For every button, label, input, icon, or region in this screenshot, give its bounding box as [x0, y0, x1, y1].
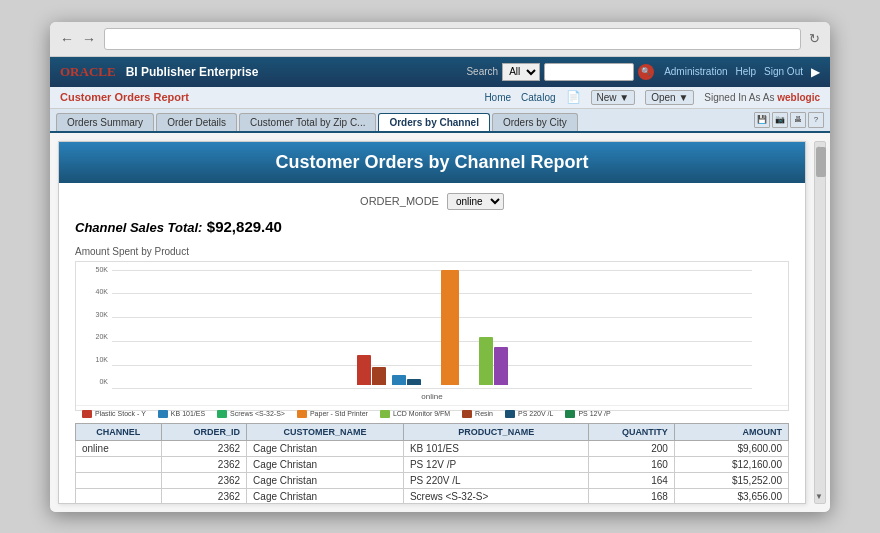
- scrollbar-thumb[interactable]: [816, 147, 826, 177]
- bars-container: [112, 270, 752, 385]
- oracle-header: ORACLE BI Publisher Enterprise Search Al…: [50, 57, 830, 87]
- legend-label-ps12v: PS 12V /P: [578, 410, 610, 417]
- cell-product-3: Screws <S-32-S>: [403, 488, 588, 504]
- order-mode-label: ORDER_MODE: [360, 195, 439, 207]
- cell-product-1: PS 12V /P: [403, 456, 588, 472]
- legend-item-screws: Screws <S-32-S>: [217, 410, 285, 418]
- app-title: BI Publisher Enterprise: [126, 65, 457, 79]
- home-link[interactable]: Home: [484, 92, 511, 103]
- report-title-bar: Customer Orders by Channel Report: [59, 142, 805, 183]
- cell-product-0: KB 101/ES: [403, 440, 588, 456]
- channel-sales: Channel Sales Total: $92,829.40: [75, 218, 789, 236]
- scroll-down-arrow[interactable]: ▼: [815, 492, 823, 501]
- tab-orders-by-city[interactable]: Orders by City: [492, 113, 578, 131]
- chart-title: Amount Spent by Product: [75, 246, 789, 257]
- table-row: 2362 Cage Christan PS 12V /P 160 $12,160…: [76, 456, 789, 472]
- legend-item-paper: Paper - Std Printer: [297, 410, 368, 418]
- cell-amount-3: $3,656.00: [674, 488, 788, 504]
- cell-qty-2: 164: [589, 472, 675, 488]
- sub-tabs-bar: Orders Summary Order Details Customer To…: [50, 109, 830, 133]
- chart-section: Amount Spent by Product 50K 40K 30K 20K …: [75, 246, 789, 411]
- legend-label-plastic: Plastic Stock - Y: [95, 410, 146, 417]
- bar-paper: [441, 270, 459, 385]
- report-body: ORDER_MODE online Channel Sales Total: $…: [59, 183, 805, 504]
- scrollbar[interactable]: ▲ ▼: [814, 141, 826, 504]
- cell-order-3: 2362: [161, 488, 247, 504]
- table-row: online 2362 Cage Christan KB 101/ES 200 …: [76, 440, 789, 456]
- legend-label-screws: Screws <S-32-S>: [230, 410, 285, 417]
- catalog-link[interactable]: Catalog: [521, 92, 555, 103]
- order-mode-select[interactable]: online: [447, 193, 504, 210]
- back-button[interactable]: ←: [60, 31, 74, 47]
- address-bar[interactable]: [104, 28, 801, 50]
- legend-item-lcd: LCD Monitor 9/FM: [380, 410, 450, 418]
- col-header-product: PRODUCT_NAME: [403, 423, 588, 440]
- admin-link[interactable]: Administration: [664, 66, 727, 77]
- help-link[interactable]: Help: [736, 66, 757, 77]
- cell-order-2: 2362: [161, 472, 247, 488]
- signed-in-user: weblogic: [777, 92, 820, 103]
- col-header-channel: CHANNEL: [76, 423, 162, 440]
- bar-group-4: [479, 337, 508, 385]
- bar-group-1: [357, 355, 386, 385]
- browser-window: ← → ↻ ORACLE BI Publisher Enterprise Sea…: [50, 22, 830, 512]
- legend-item-ps12v: PS 12V /P: [565, 410, 610, 418]
- table-header-row: CHANNEL ORDER_ID CUSTOMER_NAME PRODUCT_N…: [76, 423, 789, 440]
- open-button[interactable]: Open ▼: [645, 90, 694, 105]
- refresh-icon[interactable]: ↻: [809, 31, 820, 46]
- report-container: Customer Orders by Channel Report ORDER_…: [58, 141, 806, 504]
- oracle-label: ORACLE: [60, 64, 116, 80]
- chart-area: 50K 40K 30K 20K 10K 0K: [75, 261, 789, 411]
- cell-channel-2: [76, 472, 162, 488]
- icon-btn-2[interactable]: 📷: [772, 112, 788, 128]
- cell-channel-3: [76, 488, 162, 504]
- col-header-qty: QUANTITY: [589, 423, 675, 440]
- icon-btn-1[interactable]: 💾: [754, 112, 770, 128]
- bar-screws: [494, 347, 508, 385]
- cell-qty-3: 168: [589, 488, 675, 504]
- cell-customer-3: Cage Christan: [247, 488, 404, 504]
- forward-button[interactable]: →: [82, 31, 96, 47]
- browser-toolbar: ← → ↻: [50, 22, 830, 57]
- sign-out-link[interactable]: Sign Out: [764, 66, 803, 77]
- cell-qty-1: 160: [589, 456, 675, 472]
- bar-ps220v: [407, 379, 421, 385]
- channel-sales-value: $92,829.40: [207, 218, 282, 235]
- content-area: Customer Orders by Channel Report ORDER_…: [50, 133, 830, 512]
- search-scope-select[interactable]: All: [502, 63, 540, 81]
- header-search: Search All 🔍: [466, 63, 654, 81]
- x-axis-label: online: [421, 392, 442, 401]
- search-button[interactable]: 🔍: [638, 64, 654, 80]
- search-input[interactable]: [544, 63, 634, 81]
- chart-bars: online: [76, 262, 788, 405]
- cell-customer-0: Cage Christan: [247, 440, 404, 456]
- signed-in-label: Signed In As As weblogic: [704, 92, 820, 103]
- new-button[interactable]: New ▼: [591, 90, 636, 105]
- tab-customer-total-zip[interactable]: Customer Total by Zip C...: [239, 113, 376, 131]
- bar-lcd: [479, 337, 493, 385]
- cell-order-1: 2362: [161, 456, 247, 472]
- legend-label-ps220v: PS 220V /L: [518, 410, 553, 417]
- tab-order-details[interactable]: Order Details: [156, 113, 237, 131]
- bar-resin: [372, 367, 386, 385]
- icon-btn-3[interactable]: 🖶: [790, 112, 806, 128]
- cell-amount-2: $15,252.00: [674, 472, 788, 488]
- cell-product-2: PS 220V /L: [403, 472, 588, 488]
- bar-group-3: [441, 270, 459, 385]
- legend-item-plastic: Plastic Stock - Y: [82, 410, 146, 418]
- report-tab-label[interactable]: Customer Orders Report: [60, 91, 189, 103]
- icon-btn-help[interactable]: ?: [808, 112, 824, 128]
- report-title: Customer Orders by Channel Report: [75, 152, 789, 173]
- secondary-nav: Customer Orders Report Home Catalog 📄 Ne…: [50, 87, 830, 109]
- col-header-amount: AMOUNT: [674, 423, 788, 440]
- cell-customer-2: Cage Christan: [247, 472, 404, 488]
- tab-orders-by-channel[interactable]: Orders by Channel: [378, 113, 489, 131]
- bar-plastic: [357, 355, 371, 385]
- tab-orders-summary[interactable]: Orders Summary: [56, 113, 154, 131]
- col-header-customer: CUSTOMER_NAME: [247, 423, 404, 440]
- cell-channel-0: online: [76, 440, 162, 456]
- oracle-logo: ORACLE: [60, 64, 116, 80]
- cell-amount-0: $9,600.00: [674, 440, 788, 456]
- cell-qty-0: 200: [589, 440, 675, 456]
- cell-channel-1: [76, 456, 162, 472]
